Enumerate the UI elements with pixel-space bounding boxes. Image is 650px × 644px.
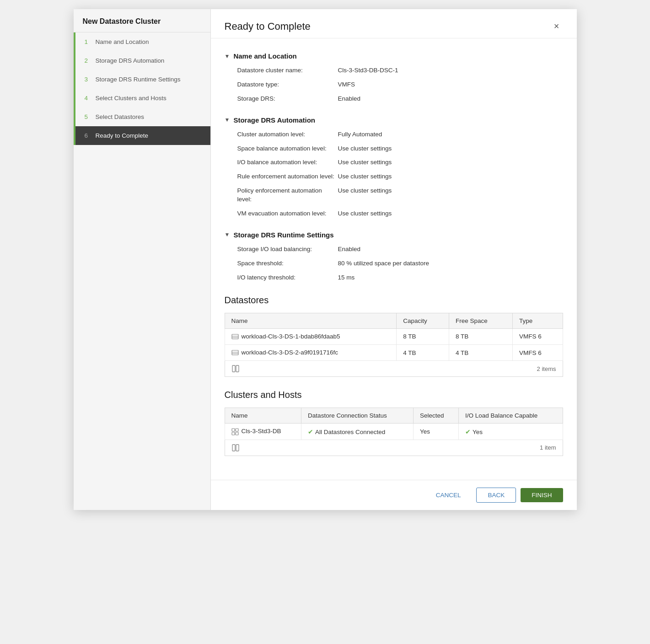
cancel-button[interactable]: CANCEL <box>425 488 472 502</box>
sidebar-item-select-clusters-hosts[interactable]: 4Select Clusters and Hosts <box>74 89 210 107</box>
storage-drs-automation-header: ▼ Storage DRS Automation <box>225 116 563 124</box>
sidebar-item-storage-drs-runtime[interactable]: 3Storage DRS Runtime Settings <box>74 70 210 89</box>
datastore-free-space: 4 TB <box>449 345 513 361</box>
datastores-section: Datastores NameCapacityFree SpaceType wo… <box>225 295 563 377</box>
detail-value: Use cluster settings <box>338 158 563 167</box>
sidebar-item-label: Name and Location <box>96 38 149 45</box>
datastore-icon <box>231 349 239 356</box>
svg-rect-8 <box>232 429 235 431</box>
detail-label: I/O balance automation level: <box>237 158 338 167</box>
main-body: ▼ Name and Location Datastore cluster na… <box>211 38 577 480</box>
step-number: 2 <box>85 57 92 64</box>
detail-label: Storage DRS: <box>237 95 338 103</box>
detail-value: Use cluster settings <box>338 187 563 204</box>
cluster-icon <box>231 428 239 435</box>
chevron-icon-2: ▼ <box>225 117 230 123</box>
sidebar: New Datastore Cluster 1Name and Location… <box>74 9 211 510</box>
svg-rect-3 <box>232 350 238 355</box>
storage-drs-runtime-label: Storage DRS Runtime Settings <box>233 231 333 239</box>
datastores-table: NameCapacityFree SpaceType workload-Cls-… <box>225 313 563 361</box>
status-ok-icon: ✔ <box>308 429 313 435</box>
datastore-free-space: 8 TB <box>449 328 513 344</box>
column-header: Name <box>225 313 397 328</box>
clusters-hosts-title: Clusters and Hosts <box>225 390 563 400</box>
storage-drs-runtime-grid: Storage I/O load balancing:EnabledSpace … <box>237 245 563 282</box>
detail-value: Enabled <box>338 95 563 103</box>
dialog-title: New Datastore Cluster <box>74 9 210 32</box>
io-capable-value: ✔Yes <box>458 424 563 440</box>
datastore-name: workload-Cls-3-DS-1-bdab86fdaab5 <box>225 328 397 344</box>
datastore-type: VMFS 6 <box>513 328 563 344</box>
svg-rect-0 <box>232 334 238 339</box>
detail-value: Fully Automated <box>338 130 563 139</box>
detail-value: Cls-3-Std3-DB-DSC-1 <box>338 66 563 75</box>
column-header: Name <box>225 408 301 424</box>
detail-value: Use cluster settings <box>338 209 563 218</box>
dialog: New Datastore Cluster 1Name and Location… <box>74 9 577 510</box>
clusters-table: NameDatastore Connection StatusSelectedI… <box>225 408 563 440</box>
sidebar-item-label: Select Datastores <box>96 113 145 120</box>
datastore-type: VMFS 6 <box>513 345 563 361</box>
detail-label: I/O latency threshold: <box>237 274 338 282</box>
storage-drs-runtime-header: ▼ Storage DRS Runtime Settings <box>225 231 563 239</box>
sidebar-item-label: Storage DRS Automation <box>96 57 165 64</box>
svg-rect-9 <box>236 429 238 431</box>
connection-status: ✔All Datastores Connected <box>301 424 414 440</box>
page-title: Ready to Complete <box>225 21 311 32</box>
detail-label: Datastore type: <box>237 80 338 89</box>
column-header: Type <box>513 313 563 328</box>
finish-button[interactable]: FINISH <box>521 488 563 502</box>
main-content: Ready to Complete × ▼ Name and Location … <box>211 9 577 510</box>
close-button[interactable]: × <box>550 19 563 33</box>
sidebar-nav: 1Name and Location2Storage DRS Automatio… <box>74 32 210 145</box>
clusters-table-footer: 1 item <box>225 440 563 456</box>
detail-value: 15 ms <box>338 274 563 282</box>
svg-rect-10 <box>232 432 235 435</box>
datastores-table-head: NameCapacityFree SpaceType <box>225 313 563 328</box>
sidebar-item-name-location[interactable]: 1Name and Location <box>74 32 210 51</box>
svg-rect-7 <box>236 365 239 372</box>
sidebar-item-select-datastores[interactable]: 5Select Datastores <box>74 107 210 126</box>
table-row: workload-Cls-3-DS-2-a9f0191716fc4 TB4 TB… <box>225 345 563 361</box>
detail-value: 80 % utilized space per datastore <box>338 259 563 268</box>
clusters-columns-icon <box>231 444 240 452</box>
datastore-icon <box>231 333 239 340</box>
sidebar-item-storage-drs-automation[interactable]: 2Storage DRS Automation <box>74 51 210 70</box>
column-header: Selected <box>413 408 458 424</box>
sidebar-item-label: Select Clusters and Hosts <box>96 95 167 102</box>
column-header: Free Space <box>449 313 513 328</box>
clusters-table-body: Cls-3-Std3-DB✔All Datastores ConnectedYe… <box>225 424 563 440</box>
cluster-name: Cls-3-Std3-DB <box>225 424 301 440</box>
name-location-grid: Datastore cluster name:Cls-3-Std3-DB-DSC… <box>237 66 563 103</box>
datastore-capacity: 4 TB <box>397 345 449 361</box>
step-number: 5 <box>85 113 92 120</box>
detail-label: Cluster automation level: <box>237 130 338 139</box>
io-ok-icon: ✔ <box>465 429 471 435</box>
datastore-name: workload-Cls-3-DS-2-a9f0191716fc <box>225 345 397 361</box>
name-location-label: Name and Location <box>233 52 296 60</box>
clusters-count: 1 item <box>540 444 556 451</box>
storage-drs-automation-section: ▼ Storage DRS Automation Cluster automat… <box>225 116 563 218</box>
table-columns-icon <box>231 365 240 373</box>
svg-rect-11 <box>236 432 238 435</box>
main-header: Ready to Complete × <box>211 9 577 38</box>
sidebar-item-ready-to-complete[interactable]: 6Ready to Complete <box>74 126 210 145</box>
step-number: 1 <box>85 38 92 45</box>
datastores-table-body: workload-Cls-3-DS-1-bdab86fdaab58 TB8 TB… <box>225 328 563 361</box>
detail-label: Policy enforcement automation level: <box>237 187 338 204</box>
storage-drs-automation-grid: Cluster automation level:Fully Automated… <box>237 130 563 218</box>
detail-label: Rule enforcement automation level: <box>237 172 338 181</box>
svg-rect-13 <box>236 445 239 451</box>
datastores-table-footer: 2 items <box>225 361 563 377</box>
footer: CANCEL BACK FINISH <box>211 480 577 510</box>
back-button[interactable]: BACK <box>476 488 516 503</box>
column-header: I/O Load Balance Capable <box>458 408 563 424</box>
step-number: 3 <box>85 76 92 83</box>
column-header: Capacity <box>397 313 449 328</box>
column-header: Datastore Connection Status <box>301 408 414 424</box>
name-location-header: ▼ Name and Location <box>225 52 563 60</box>
step-number: 6 <box>85 132 92 139</box>
detail-label: Space threshold: <box>237 259 338 268</box>
detail-value: Use cluster settings <box>338 172 563 181</box>
storage-drs-runtime-section: ▼ Storage DRS Runtime Settings Storage I… <box>225 231 563 282</box>
